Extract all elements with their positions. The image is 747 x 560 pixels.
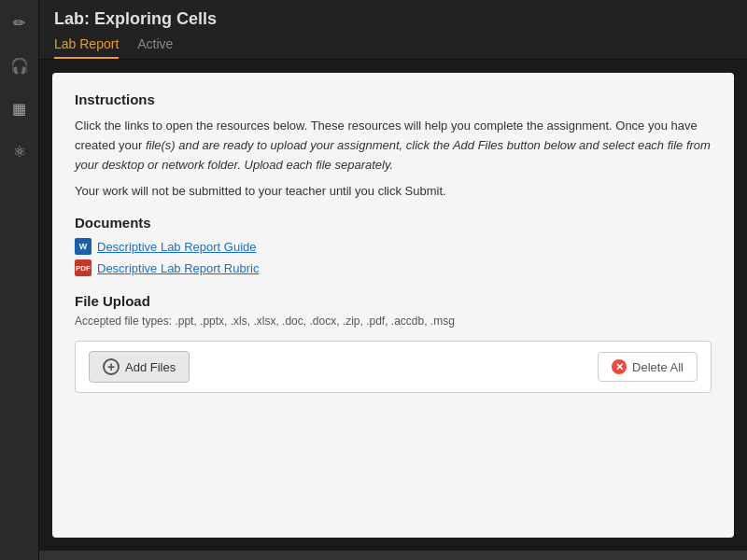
- file-upload-title: File Upload: [75, 293, 712, 309]
- delete-icon: ✕: [612, 359, 627, 374]
- add-icon: +: [103, 358, 120, 375]
- add-files-button[interactable]: + Add Files: [89, 351, 190, 383]
- atom-icon[interactable]: ⚛: [7, 138, 33, 164]
- doc-link-rubric[interactable]: PDF Descriptive Lab Report Rubric: [75, 259, 712, 276]
- tab-lab-report[interactable]: Lab Report: [54, 36, 119, 59]
- doc-link-guide-label: Descriptive Lab Report Guide: [97, 240, 257, 254]
- submit-note: Your work will not be submitted to your …: [75, 184, 712, 198]
- tab-status: Active: [137, 36, 173, 59]
- doc-link-rubric-label: Descriptive Lab Report Rubric: [97, 261, 259, 275]
- instructions-paragraph: Click the links to open the resources be…: [75, 117, 712, 175]
- bottom-bar: [39, 551, 747, 560]
- doc-link-guide[interactable]: W Descriptive Lab Report Guide: [75, 238, 712, 255]
- headphones-icon[interactable]: 🎧: [7, 52, 33, 78]
- instructions-section: Instructions Click the links to open the…: [75, 91, 712, 198]
- calculator-icon[interactable]: ▦: [7, 95, 33, 121]
- sidebar: ✏ 🎧 ▦ ⚛: [0, 0, 39, 560]
- content-panel: Instructions Click the links to open the…: [52, 73, 734, 538]
- upload-toolbar: + Add Files ✕ Delete All: [75, 341, 712, 393]
- main-area: Lab: Exploring Cells Lab Report Active I…: [39, 0, 747, 560]
- delete-all-button[interactable]: ✕ Delete All: [598, 352, 698, 382]
- header-tabs: Lab Report Active: [54, 36, 732, 59]
- pdf-icon: PDF: [75, 259, 92, 276]
- instructions-title: Instructions: [75, 91, 712, 107]
- add-files-label: Add Files: [125, 360, 176, 374]
- page-title: Lab: Exploring Cells: [54, 9, 732, 29]
- word-icon: W: [75, 238, 92, 255]
- header-bar: Lab: Exploring Cells Lab Report Active: [39, 0, 747, 60]
- instructions-text-italic: file(s) and are ready to upload your ass…: [75, 138, 711, 172]
- file-upload-section: File Upload Accepted file types: .ppt, .…: [75, 293, 712, 393]
- documents-section: Documents W Descriptive Lab Report Guide…: [75, 215, 712, 276]
- documents-title: Documents: [75, 215, 712, 231]
- delete-all-label: Delete All: [632, 360, 684, 374]
- accepted-types-label: Accepted file types: .ppt, .pptx, .xls, …: [75, 315, 712, 328]
- pencil-icon[interactable]: ✏: [7, 9, 33, 35]
